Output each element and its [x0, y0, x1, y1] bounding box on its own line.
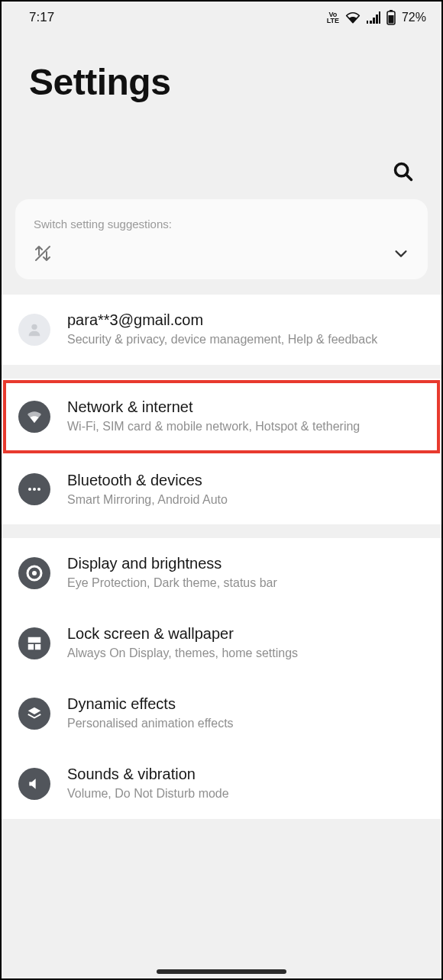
svg-rect-1 — [370, 21, 372, 24]
speaker-icon — [27, 776, 42, 791]
wifi-fill-icon — [25, 408, 44, 426]
display-icon-bg — [18, 557, 50, 589]
settings-item-display[interactable]: Display and brightness Eye Protection, D… — [2, 538, 441, 608]
network-icon-bg — [18, 401, 50, 433]
settings-item-dynamic[interactable]: Dynamic effects Personalised animation e… — [2, 679, 441, 749]
item-sub: Wi-Fi, SIM card & mobile network, Hotspo… — [67, 419, 425, 435]
settings-item-sound[interactable]: Sounds & vibration Volume, Do Not Distur… — [2, 749, 441, 819]
svg-rect-2 — [373, 18, 375, 24]
svg-rect-0 — [367, 21, 368, 24]
person-icon — [26, 321, 43, 338]
wallpaper-icon — [26, 635, 43, 652]
wifi-icon — [345, 11, 361, 24]
svg-point-14 — [37, 488, 40, 491]
lockscreen-icon-bg — [18, 627, 50, 659]
svg-rect-7 — [388, 15, 393, 24]
more-horizontal-icon — [25, 480, 44, 498]
status-indicators: VoLTE 72% — [327, 10, 426, 25]
volte-indicator: VoLTE — [327, 11, 339, 24]
item-sub: Eye Protection, Dark theme, status bar — [67, 575, 425, 592]
brightness-icon — [25, 564, 44, 582]
item-title: Sounds & vibration — [67, 766, 425, 783]
item-sub: Smart Mirroring, Android Auto — [67, 492, 425, 508]
battery-icon — [386, 10, 396, 25]
bluetooth-icon-bg — [18, 473, 50, 505]
sound-icon-bg — [18, 768, 50, 800]
item-title: Dynamic effects — [67, 695, 425, 713]
page-title: Settings — [29, 61, 414, 103]
dynamic-icon-bg — [18, 698, 50, 730]
settings-item-network[interactable]: Network & internet Wi-Fi, SIM card & mob… — [2, 379, 441, 455]
search-icon — [393, 161, 414, 182]
setting-suggestions-label: Switch setting suggestions: — [34, 218, 409, 230]
account-email: para**3@gmail.com — [67, 311, 425, 329]
account-item[interactable]: para**3@gmail.com Security & privacy, de… — [2, 295, 441, 365]
item-title: Network & internet — [67, 398, 425, 416]
svg-point-11 — [31, 324, 37, 330]
account-sub: Security & privacy, device management, H… — [67, 332, 425, 348]
svg-rect-3 — [376, 15, 378, 24]
item-sub: Always On Display, themes, home settings — [67, 646, 425, 662]
signal-icon — [367, 11, 380, 24]
item-title: Bluetooth & devices — [67, 472, 425, 489]
svg-rect-18 — [28, 644, 34, 650]
svg-rect-19 — [35, 644, 40, 650]
svg-rect-17 — [28, 637, 41, 643]
settings-group-2: Display and brightness Eye Protection, D… — [2, 538, 441, 818]
item-title: Display and brightness — [67, 555, 425, 572]
settings-item-lockscreen[interactable]: Lock screen & wallpaper Always On Displa… — [2, 608, 441, 679]
layers-icon — [26, 705, 43, 722]
svg-line-9 — [406, 175, 412, 180]
gesture-nav-bar[interactable] — [2, 969, 441, 974]
avatar — [18, 314, 50, 346]
item-sub: Volume, Do Not Disturb mode — [67, 786, 425, 802]
page-header: Settings — [2, 34, 441, 111]
svg-point-13 — [33, 488, 36, 491]
item-title: Lock screen & wallpaper — [67, 625, 425, 643]
data-off-icon — [34, 244, 52, 266]
status-bar: 7:17 VoLTE 72% — [2, 2, 441, 34]
chevron-down-icon[interactable] — [393, 245, 409, 265]
account-group: para**3@gmail.com Security & privacy, de… — [2, 295, 441, 365]
svg-rect-4 — [379, 11, 380, 24]
setting-suggestions-card[interactable]: Switch setting suggestions: — [15, 199, 428, 279]
svg-point-16 — [32, 571, 37, 575]
settings-item-bluetooth[interactable]: Bluetooth & devices Smart Mirroring, And… — [2, 455, 441, 525]
svg-point-12 — [28, 488, 31, 491]
battery-percent: 72% — [402, 11, 426, 24]
item-sub: Personalised animation effects — [67, 716, 425, 732]
settings-group-1: Network & internet Wi-Fi, SIM card & mob… — [2, 379, 441, 525]
status-time: 7:17 — [29, 10, 54, 25]
search-button[interactable] — [388, 156, 419, 187]
